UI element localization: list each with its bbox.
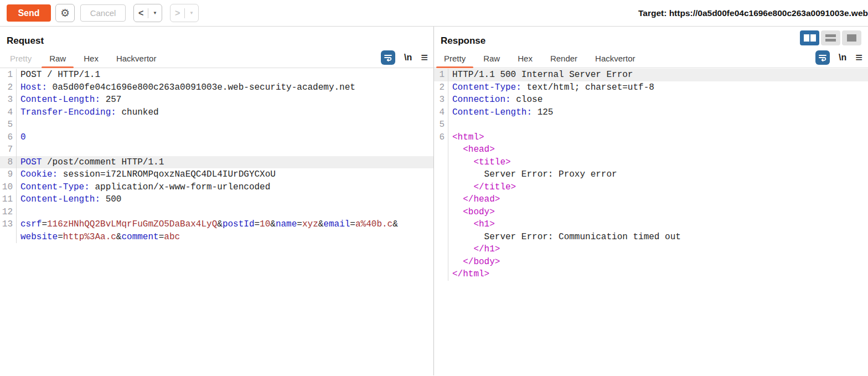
code-line: 3Content-Length: 257 (0, 94, 433, 106)
code-text: Content-Type: text/html; charset=utf-8 (448, 81, 654, 94)
code-line: 1POST / HTTP/1.1 (0, 69, 433, 81)
view-split-button[interactable] (800, 30, 819, 45)
code-text (17, 143, 26, 156)
tab-hex[interactable]: Hex (75, 51, 107, 68)
code-text: POST /post/comment HTTP/1.1 (17, 156, 164, 169)
tab-pretty[interactable]: Pretty (435, 51, 474, 68)
code-text: HTTP/1.1 500 Internal Server Error (448, 69, 633, 81)
line-number (434, 168, 448, 181)
code-text: </title> (448, 181, 516, 194)
tab-hex[interactable]: Hex (509, 51, 541, 68)
view-toggle-group (800, 30, 861, 45)
request-icon-group: \n ≡ (381, 50, 428, 65)
line-number (434, 193, 448, 206)
line-number: 1 (0, 69, 17, 81)
single-pane-icon (847, 34, 856, 42)
request-tab-row: PrettyRawHexHackvertor \n ≡ (0, 51, 433, 68)
code-text: Server Error: Proxy error (448, 168, 617, 181)
code-text: Cookie: session=i72LNROMPqoxzNaEQC4DL4IU… (17, 168, 276, 181)
code-text: <h1> (448, 218, 495, 231)
code-text: 0 (17, 131, 26, 144)
word-wrap-icon[interactable] (381, 50, 395, 65)
tab-hackvertor[interactable]: Hackvertor (586, 51, 644, 68)
gear-icon[interactable]: ⚙ (55, 4, 75, 22)
back-arrow-icon[interactable]: < (138, 8, 143, 18)
response-editor[interactable]: 1HTTP/1.1 500 Internal Server Error2Cont… (434, 69, 868, 281)
line-number: 4 (0, 106, 17, 119)
code-line: website=http%3Aa.c&comment=abc (0, 231, 433, 244)
toolbar: Send ⚙ Cancel < ▼ > ▼ Target: https://0a… (0, 0, 868, 27)
code-line: 12 (0, 206, 433, 219)
code-line: 8POST /post/comment HTTP/1.1 (0, 156, 433, 169)
tab-raw[interactable]: Raw (40, 51, 75, 68)
line-number (434, 231, 448, 244)
code-text: </h1> (448, 243, 500, 256)
code-line: 13csrf=116zHNhQQ2BvLMqrFuGmZO5DaBax4LyQ&… (0, 218, 433, 231)
code-line: Server Error: Communication timed out (434, 231, 868, 244)
stacked-pane-icon (825, 34, 836, 42)
code-line: <title> (434, 156, 868, 169)
code-line: 7 (0, 143, 433, 156)
code-line: 4Transfer-Encoding: chunked (0, 106, 433, 119)
view-single-button[interactable] (842, 30, 861, 45)
line-number: 8 (0, 156, 17, 169)
line-number: 2 (0, 81, 17, 94)
line-number (434, 143, 448, 156)
forward-button: > ▼ (170, 4, 199, 22)
menu-icon[interactable]: ≡ (421, 51, 428, 64)
line-number (434, 268, 448, 281)
request-panel: Request PrettyRawHexHackvertor \n ≡ 1POS… (0, 27, 434, 375)
code-text: <head> (448, 143, 495, 156)
send-button[interactable]: Send (7, 4, 51, 22)
line-number: 6 (0, 131, 17, 144)
menu-icon[interactable]: ≡ (855, 51, 862, 64)
code-line: 9Cookie: session=i72LNROMPqoxzNaEQC4DL4I… (0, 168, 433, 181)
response-icon-group: \n ≡ (815, 50, 862, 65)
code-text: website=http%3Aa.c&comment=abc (17, 231, 180, 244)
tab-raw[interactable]: Raw (474, 51, 509, 68)
code-line: <h1> (434, 218, 868, 231)
line-number: 2 (434, 81, 448, 94)
code-text: <title> (448, 156, 511, 169)
code-text (17, 119, 26, 131)
line-number: 12 (0, 206, 17, 219)
split-pane-icon (804, 34, 809, 42)
line-number: 5 (434, 119, 448, 131)
line-number: 1 (434, 69, 448, 81)
word-wrap-icon[interactable] (815, 50, 830, 65)
editor-panes: Request PrettyRawHexHackvertor \n ≡ 1POS… (0, 27, 868, 375)
code-text: Server Error: Communication timed out (448, 231, 681, 244)
code-text: csrf=116zHNhQQ2BvLMqrFuGmZO5DaBax4LyQ&po… (17, 218, 398, 231)
line-number: 4 (434, 106, 448, 119)
request-editor[interactable]: 1POST / HTTP/1.12Host: 0a5d00fe04c1696e8… (0, 69, 433, 243)
divider (148, 8, 148, 18)
code-text: Content-Length: 125 (448, 106, 553, 119)
tab-render[interactable]: Render (541, 51, 586, 68)
target-url: Target: https://0a5d00fe04c1696e800c263a… (638, 0, 868, 27)
code-line: <head> (434, 143, 868, 156)
back-dropdown-icon[interactable]: ▼ (153, 11, 157, 16)
line-number: 10 (0, 181, 17, 194)
tab-hackvertor[interactable]: Hackvertor (107, 51, 166, 68)
response-tab-row: PrettyRawHexRenderHackvertor \n ≡ (434, 51, 868, 68)
code-line: 5 (434, 119, 868, 131)
code-text: </body> (448, 256, 500, 269)
line-number (434, 243, 448, 256)
code-line: <body> (434, 206, 868, 219)
back-button[interactable]: < ▼ (133, 4, 162, 22)
code-line: 10Content-Type: application/x-www-form-u… (0, 181, 433, 194)
newline-icon[interactable]: \n (404, 53, 412, 63)
code-text: Content-Type: application/x-www-form-url… (17, 181, 270, 194)
code-line: Server Error: Proxy error (434, 168, 868, 181)
response-tabs: PrettyRawHexRenderHackvertor (435, 51, 644, 68)
newline-icon[interactable]: \n (839, 53, 846, 63)
code-line: 60 (0, 131, 433, 144)
line-number: 5 (0, 119, 17, 131)
tab-pretty[interactable]: Pretty (1, 51, 40, 68)
code-line: </title> (434, 181, 868, 194)
code-text: </head> (448, 193, 500, 206)
view-stacked-button[interactable] (821, 30, 840, 45)
cancel-button[interactable]: Cancel (80, 4, 126, 22)
line-number: 3 (434, 94, 448, 106)
line-number (434, 256, 448, 269)
